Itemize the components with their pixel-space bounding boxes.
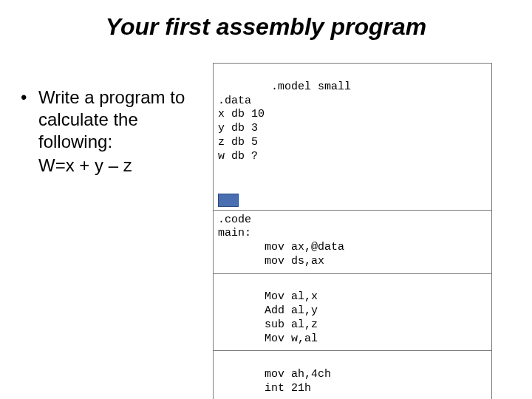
left-text: • Write a program to calculate the follo… <box>0 63 207 399</box>
code-cell-ops: Mov al,x Add al,y sub al,z Mov w,al <box>214 274 491 352</box>
bullet-item: • Write a program to calculate the follo… <box>21 86 207 153</box>
right-code: .model small .data x db 10 y db 3 z db 5… <box>213 63 492 399</box>
bullet-dot: • <box>21 86 38 153</box>
slide-title: Your first assembly program <box>0 0 532 41</box>
content-area: • Write a program to calculate the follo… <box>0 63 532 399</box>
equation-line: W=x + y – z <box>21 154 207 177</box>
code-cell-end: mov ah,4ch int 21h end main <box>214 351 491 399</box>
code-cell-data: .model small .data x db 10 y db 3 z db 5… <box>214 64 491 211</box>
blue-highlight <box>218 194 239 207</box>
bullet-line-1: Write a program to calculate the followi… <box>38 86 207 153</box>
code-text-1: .model small .data x db 10 y db 3 z db 5… <box>218 81 351 163</box>
code-cell-code: .code main: mov ax,@data mov ds,ax <box>214 211 491 274</box>
code-box: .model small .data x db 10 y db 3 z db 5… <box>213 63 492 399</box>
